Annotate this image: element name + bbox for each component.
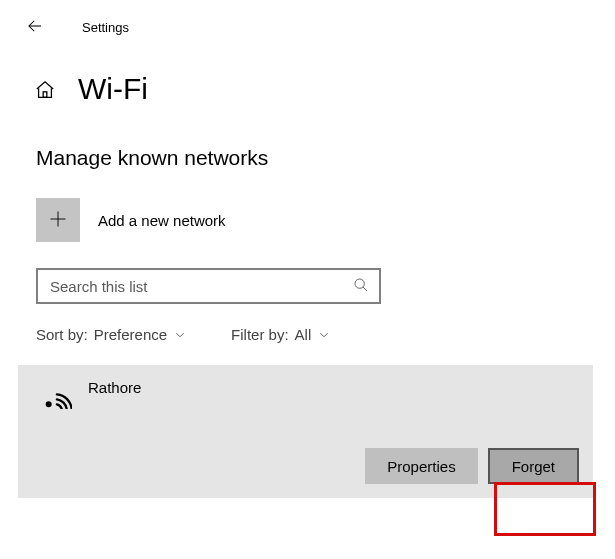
search-input[interactable] [48,277,353,296]
chevron-down-icon [173,328,187,342]
filter-label: Filter by: [231,326,289,343]
sort-label: Sort by: [36,326,88,343]
page-title: Wi-Fi [78,72,148,106]
svg-point-4 [355,279,364,288]
add-network-button[interactable]: Add a new network [36,198,615,242]
home-icon[interactable] [34,75,56,104]
back-icon[interactable] [26,17,44,38]
sort-value: Preference [94,326,167,343]
network-item[interactable]: Rathore Properties Forget [18,365,593,498]
properties-button[interactable]: Properties [365,448,477,484]
filter-by-dropdown[interactable]: Filter by: All [231,326,331,343]
plus-icon [48,209,68,232]
svg-point-6 [47,402,51,406]
section-heading: Manage known networks [0,106,615,170]
forget-button[interactable]: Forget [488,448,579,484]
search-icon [353,277,369,296]
network-name: Rathore [88,379,141,396]
wifi-icon [44,379,72,412]
svg-rect-1 [43,91,47,97]
filter-value: All [295,326,312,343]
search-box[interactable] [36,268,381,304]
chevron-down-icon [317,328,331,342]
add-network-label: Add a new network [98,212,226,229]
svg-line-5 [363,287,367,291]
sort-by-dropdown[interactable]: Sort by: Preference [36,326,187,343]
app-title: Settings [82,20,129,35]
